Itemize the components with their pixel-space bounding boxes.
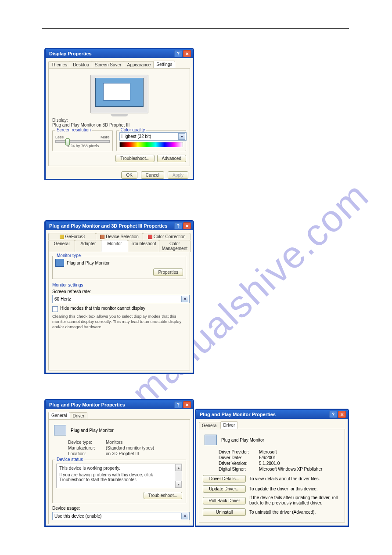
device-type-value: Monitors (106, 440, 122, 445)
scrollbar[interactable]: ▴ ▾ (175, 464, 182, 488)
apply-button[interactable]: Apply (168, 171, 188, 179)
update-driver-button[interactable]: Update Driver... (203, 485, 246, 493)
scroll-up-icon[interactable]: ▴ (175, 464, 182, 471)
settings-panel: Display: Plug and Play Monitor on 3D Pro… (48, 68, 190, 166)
titlebar[interactable]: Plug and Play Monitor Properties ? ✕ (46, 400, 193, 409)
driver-version-value: 5.1.2001.0 (259, 461, 280, 466)
color-quality-legend: Color quality (119, 127, 147, 132)
manufacturer-value: (Standard monitor types) (106, 446, 154, 450)
digital-signer-value: Microsoft Windows XP Publisher (259, 467, 322, 472)
tab-themes[interactable]: Themes (48, 61, 70, 68)
device-type-label: Device type: (68, 440, 101, 445)
status-line-1: This device is working properly. (59, 466, 179, 471)
help-button[interactable]: ? (174, 50, 182, 57)
help-button[interactable]: ? (174, 222, 182, 229)
tab-device-selection[interactable]: Device Selection (96, 233, 144, 240)
location-label: Location: (68, 451, 101, 456)
tab-driver[interactable]: Driver (70, 412, 88, 419)
slider-thumb-icon[interactable] (65, 138, 70, 145)
tab-desktop[interactable]: Desktop (70, 61, 92, 68)
device-usage-value: Use this device (enable) (54, 514, 101, 519)
titlebar[interactable]: Display Properties ? ✕ (46, 49, 193, 58)
chevron-down-icon[interactable]: ▾ (178, 133, 185, 140)
monitor-settings-group: Monitor settings Screen refresh rate: 60… (52, 283, 186, 330)
uninstall-button[interactable]: Uninstall (203, 508, 246, 516)
help-button[interactable]: ? (329, 411, 337, 418)
tab-color-correction[interactable]: Color Correction (143, 233, 191, 240)
driver-details-button[interactable]: Driver Details... (203, 475, 246, 482)
close-button[interactable]: ✕ (183, 222, 191, 229)
driver-version-label: Driver Version: (219, 461, 255, 466)
close-button[interactable]: ✕ (183, 401, 191, 408)
title-text: Plug and Play Monitor Properties (49, 402, 125, 407)
driver-panel: Plug and Play Monitor Driver Provider:Mi… (199, 429, 345, 522)
close-button[interactable]: ✕ (338, 411, 346, 418)
manufacturer-label: Manufacturer: (68, 446, 101, 450)
chevron-down-icon[interactable]: ▾ (181, 296, 188, 302)
ok-button[interactable]: OK (121, 171, 137, 179)
tab-monitor[interactable]: Monitor (101, 240, 128, 252)
tab-driver[interactable]: Driver (220, 421, 238, 429)
tab-row: General Driver (46, 409, 193, 419)
troubleshoot-button[interactable]: Troubleshoot... (144, 492, 182, 499)
hide-modes-checkbox[interactable] (52, 306, 58, 312)
device-usage-select[interactable]: Use this device (enable) ▾ (52, 512, 190, 520)
titlebar[interactable]: Plug and Play Monitor and 3D Prophet III… (46, 221, 193, 230)
tab-appearance[interactable]: Appearance (124, 61, 154, 68)
advanced-button[interactable]: Advanced (157, 155, 186, 162)
tab-row: Themes Desktop Screen Saver Appearance S… (46, 58, 193, 68)
tab-color-management[interactable]: Color Management (159, 240, 191, 252)
display-properties-dialog: Display Properties ? ✕ Themes Desktop Sc… (45, 48, 194, 180)
refresh-rate-select[interactable]: 60 Hertz ▾ (52, 295, 190, 303)
monitor-icon (205, 435, 217, 445)
scroll-down-icon[interactable]: ▾ (175, 481, 182, 488)
color-quality-group: Color quality Highest (32 bit) ▾ (116, 130, 186, 151)
color-spectrum-icon (119, 142, 183, 147)
device-icon (100, 235, 104, 239)
color-quality-select[interactable]: Highest (32 bit) ▾ (119, 132, 187, 141)
title-text: Plug and Play Monitor and 3D Prophet III… (49, 223, 168, 229)
status-line-2: If you are having problems with this dev… (59, 472, 179, 482)
tab-general[interactable]: General (48, 412, 70, 419)
crt-icon (90, 75, 148, 113)
tab-general[interactable]: General (199, 422, 221, 429)
tab-adapter[interactable]: Adapter (75, 240, 101, 252)
properties-button[interactable]: Properties (153, 268, 183, 276)
hide-modes-label: Hide modes that this monitor cannot disp… (60, 306, 145, 311)
driver-date-value: 6/6/2001 (259, 455, 276, 460)
monitor-preview (52, 72, 186, 116)
tab-general[interactable]: General (48, 240, 75, 252)
device-status-box: This device is working properly. If you … (56, 464, 182, 488)
chevron-down-icon[interactable]: ▾ (181, 513, 188, 519)
monitor-type-value: Plug and Play Monitor (67, 261, 110, 265)
uninstall-desc: To uninstall the driver (Advanced). (249, 510, 341, 515)
title-text: Display Properties (49, 51, 92, 56)
refresh-rate-value: 60 Hertz (54, 297, 71, 301)
color-quality-value: Highest (32 bit) (122, 134, 151, 139)
tab-settings[interactable]: Settings (153, 61, 175, 68)
monitor-properties-driver-dialog: Plug and Play Monitor Properties ? ✕ Gen… (195, 409, 349, 526)
close-button[interactable]: ✕ (183, 50, 191, 57)
driver-date-label: Driver Date: (219, 455, 255, 460)
help-button[interactable]: ? (174, 401, 182, 408)
resolution-text: 1024 by 768 pixels (55, 144, 110, 148)
cancel-button[interactable]: Cancel (141, 171, 164, 179)
resolution-slider[interactable] (55, 140, 110, 143)
tab-screen-saver[interactable]: Screen Saver (92, 61, 125, 68)
tab-geforce3[interactable]: GeForce3 (48, 233, 96, 240)
monitor-icon (55, 259, 64, 267)
roll-back-driver-desc: If the device fails after updating the d… (249, 495, 341, 506)
tab-troubleshoot[interactable]: Troubleshoot (128, 240, 159, 252)
general-panel: Plug and Play Monitor Device type:Monito… (48, 419, 190, 524)
monitor-advanced-properties-dialog: Plug and Play Monitor and 3D Prophet III… (45, 221, 194, 374)
titlebar[interactable]: Plug and Play Monitor Properties ? ✕ (196, 410, 348, 419)
gpu-icon (60, 235, 64, 239)
device-usage-label: Device usage: (52, 506, 186, 511)
troubleshoot-button[interactable]: Troubleshoot... (115, 155, 154, 162)
roll-back-driver-button[interactable]: Roll Back Driver (203, 497, 246, 504)
slider-less-label: Less (55, 135, 64, 139)
header-rule (42, 28, 349, 29)
monitor-type-legend: Monitor type (55, 253, 82, 258)
monitor-icon (54, 425, 66, 435)
device-status-group: Device status This device is working pro… (52, 460, 186, 503)
